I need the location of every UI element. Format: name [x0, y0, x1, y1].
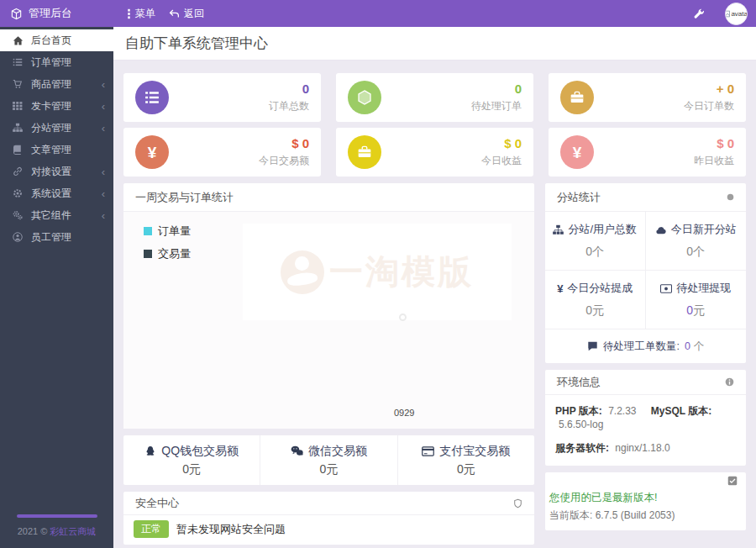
branch-cell-label: 今日新开分站 — [671, 222, 737, 237]
cloud-icon — [655, 225, 667, 234]
wrench-icon — [694, 8, 705, 19]
sidebar-item-integration[interactable]: 对接设置 ‹ — [0, 161, 113, 182]
branch-cell-label: 今日分站提成 — [567, 281, 633, 296]
sidebar-item-products[interactable]: 商品管理 ‹ — [0, 73, 113, 95]
stat-card-today-volume: ¥ $ 0 今日交易额 — [123, 128, 321, 177]
cube-icon — [10, 8, 23, 20]
broken-image-icon — [725, 10, 730, 18]
sidebar-item-home[interactable]: 后台首页 — [0, 29, 113, 51]
app-brand[interactable]: 管理后台 — [0, 6, 113, 21]
chart-area: 订单量 交易量 一淘模版 0929 — [123, 212, 534, 429]
home-icon — [13, 35, 24, 46]
shield-icon — [513, 498, 522, 508]
pending-tickets-label: 待处理工单数量: — [603, 340, 680, 354]
sidebar-item-label: 后台首页 — [31, 34, 71, 48]
current-version: 当前版本: 6.7.5 (Build 2053) — [549, 508, 739, 523]
chart-panel-title: 一周交易与订单统计 — [135, 190, 234, 205]
branch-cell-total: 分站/用户总数 0个 — [545, 212, 646, 271]
watermark: 一淘模版 — [243, 224, 512, 320]
stat-value: $ 0 — [694, 136, 734, 150]
sidebar-item-articles[interactable]: 文章管理 — [0, 139, 113, 161]
sidebar-item-label: 系统设置 — [31, 187, 71, 201]
sidebar-item-label: 其它组件 — [31, 208, 71, 223]
branch-stats-grid: 分站/用户总数 0个 今日新开分站 0个 — [545, 212, 746, 329]
dot-icon — [727, 193, 734, 201]
pay-stat-value: 0元 — [320, 462, 339, 477]
legend-label: 订单量 — [158, 224, 191, 239]
branch-cell-value: 0元 — [549, 303, 642, 319]
php-version-label: PHP 版本: — [555, 405, 602, 417]
server-software-value: nginx/1.18.0 — [615, 442, 669, 454]
link-icon — [13, 166, 24, 177]
legend-item-volume[interactable]: 交易量 — [144, 246, 191, 261]
stat-value: + 0 — [684, 82, 734, 96]
branch-cell-label: 分站/用户总数 — [568, 222, 637, 237]
menu-button[interactable]: 菜单 — [127, 7, 155, 21]
pay-stat-label: QQ钱包交易额 — [161, 444, 239, 459]
x-axis-tick: 0929 — [394, 408, 414, 418]
sitemap-icon — [553, 224, 564, 235]
branch-cell-value: 0个 — [649, 245, 743, 260]
pay-stat-label: 微信交易额 — [308, 444, 367, 459]
yen-icon: ¥ — [557, 283, 563, 294]
sidebar-item-label: 订单管理 — [31, 55, 71, 70]
sidebar-item-label: 分站管理 — [31, 121, 71, 135]
version-info: 您使用的已是最新版本! 当前版本: 6.7.5 (Build 2053) — [545, 490, 746, 530]
sidebar-item-orders[interactable]: 订单管理 — [0, 51, 113, 73]
server-software-label: 服务器软件: — [555, 442, 609, 454]
legend-item-orders[interactable]: 订单量 — [144, 224, 191, 239]
branch-cell-commission: ¥ 今日分站提成 0元 — [545, 271, 646, 329]
chevron-left-icon: ‹ — [102, 79, 105, 90]
chart-legend: 订单量 交易量 — [144, 224, 191, 269]
pay-stat-value: 0元 — [182, 462, 201, 477]
version-panel: 您使用的已是最新版本! 当前版本: 6.7.5 (Build 2053) — [545, 472, 746, 530]
check-square-icon[interactable] — [727, 476, 738, 486]
sidebar-item-staff[interactable]: 员工管理 — [0, 226, 113, 248]
pay-stat-alipay: 支付宝交易额 0元 — [397, 435, 534, 485]
money-bill-icon — [660, 284, 672, 293]
user-icon — [13, 232, 24, 242]
footer-divider — [17, 514, 97, 518]
pay-stat-label: 支付宝交易额 — [439, 444, 510, 459]
list-ol-icon — [135, 81, 169, 114]
sidebar-item-label: 发卡管理 — [31, 99, 71, 113]
sidebar-item-label: 员工管理 — [31, 230, 71, 245]
briefcase-icon — [560, 81, 594, 114]
version-panel-header — [545, 472, 746, 490]
stat-value: 0 — [471, 82, 522, 96]
page-header: 自助下单系统管理中心 — [113, 27, 756, 61]
user-avatar[interactable]: avatar — [725, 3, 748, 25]
grid-icon — [13, 101, 24, 111]
sidebar-item-cards[interactable]: 发卡管理 ‹ — [0, 95, 113, 117]
branch-cell-withdrawals: 待处理提现 0元 — [646, 271, 747, 329]
chevron-left-icon: ‹ — [102, 123, 105, 134]
mysql-version-value: 5.6.50-log — [559, 419, 603, 430]
branch-panel-header: 分站统计 — [545, 183, 746, 212]
back-button[interactable]: 返回 — [169, 7, 204, 21]
settings-wrench-button[interactable] — [694, 8, 705, 19]
environment-details: PHP 版本: 7.2.33 MySQL 版本: 5.6.50-log 服务器软… — [545, 395, 746, 466]
sidebar: 后台首页 订单管理 商品管理 ‹ 发卡管理 ‹ 分站管理 — [0, 27, 113, 548]
payment-stats-panel: QQ钱包交易额 0元 微信交易额 0元 — [123, 435, 534, 485]
copyright-brand-link[interactable]: 彩虹云商城 — [50, 526, 96, 536]
stat-label: 今日订单数 — [684, 99, 734, 113]
stat-label: 昨日收益 — [694, 154, 734, 168]
gear-icon — [13, 188, 24, 198]
sidebar-item-other-components[interactable]: 其它组件 ‹ — [0, 204, 113, 226]
stat-value: $ 0 — [259, 136, 309, 150]
cogs-icon — [13, 210, 24, 220]
sidebar-item-branches[interactable]: 分站管理 ‹ — [0, 117, 113, 139]
back-label: 返回 — [184, 7, 204, 21]
php-version-value: 7.2.33 — [608, 405, 636, 417]
sidebar-item-label: 对接设置 — [31, 165, 71, 179]
loading-spinner — [399, 314, 407, 321]
sidebar-item-system-settings[interactable]: 系统设置 ‹ — [0, 182, 113, 204]
sidebar-item-label: 文章管理 — [31, 143, 71, 157]
app-title: 管理后台 — [29, 6, 72, 21]
branch-stats-panel: 分站统计 分站/用户总数 — [545, 183, 746, 363]
mysql-version-label: MySQL 版本: — [651, 405, 711, 417]
comment-icon — [587, 341, 598, 351]
book-icon — [13, 145, 24, 155]
copyright-year: 2021 © — [18, 526, 48, 536]
status-badge: 正常 — [134, 520, 169, 538]
